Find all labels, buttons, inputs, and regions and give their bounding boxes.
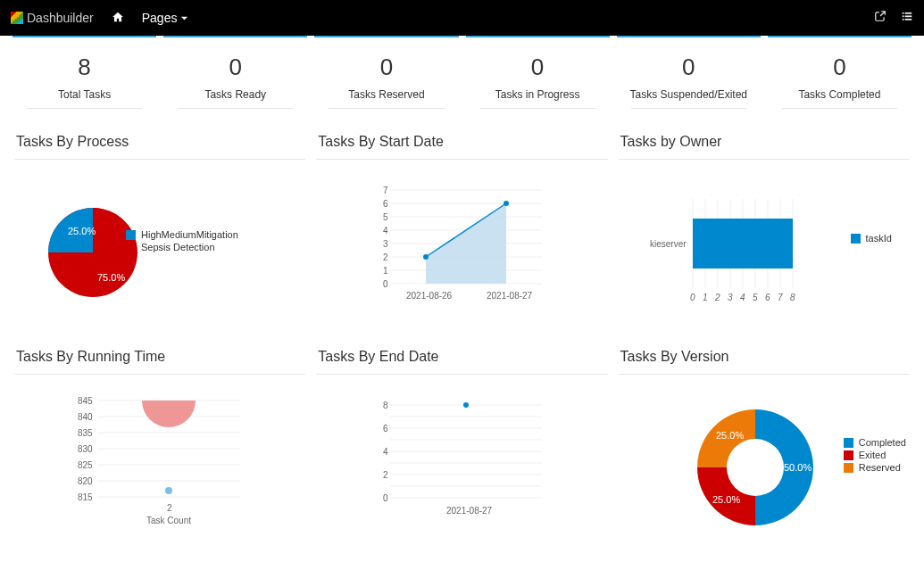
svg-text:4: 4 <box>740 293 745 302</box>
svg-text:815: 815 <box>78 492 93 502</box>
metric-label: Tasks Completed <box>771 88 908 101</box>
svg-text:2: 2 <box>383 252 388 262</box>
donut-chart-version[interactable]: 25.0% 25.0% 50.0% Completed Exited Reser… <box>619 387 910 548</box>
metric-tasks-reserved: 0 Tasks Reserved <box>314 36 458 120</box>
section-tasks-by-owner: Tasks by Owner kieserver 01 23 45 <box>613 125 915 340</box>
list-view-button[interactable] <box>901 10 913 26</box>
svg-text:4: 4 <box>383 447 388 457</box>
section-title: Tasks By Running Time <box>16 349 305 365</box>
section-tasks-by-version: Tasks By Version 25.0% 25.0% 50.0% Compl… <box>613 340 915 555</box>
legend-item[interactable]: taskId <box>851 233 892 244</box>
brand[interactable]: Dashbuilder <box>11 11 94 25</box>
svg-rect-2 <box>903 15 904 17</box>
legend-swatch-icon <box>126 230 136 240</box>
svg-text:7: 7 <box>778 293 783 302</box>
svg-text:8: 8 <box>790 293 795 302</box>
donut-label-exited: 25.0% <box>712 494 740 505</box>
legend-item[interactable]: Exited <box>844 450 906 460</box>
metric-value: 0 <box>318 54 454 81</box>
svg-text:7: 7 <box>383 186 388 195</box>
legend-item[interactable]: HighMediumMitigation <box>126 229 238 240</box>
bar-ylabel: kieserver <box>650 239 687 249</box>
svg-text:0: 0 <box>383 279 388 289</box>
home-icon <box>112 11 124 26</box>
svg-text:2021-08-27: 2021-08-27 <box>487 291 533 301</box>
pie-slice-label-2: 75.0% <box>97 272 125 283</box>
open-external-button[interactable] <box>874 10 887 26</box>
section-title: Tasks By End Date <box>318 349 607 365</box>
metric-label: Total Tasks <box>16 88 153 101</box>
bubble-chart-runtime[interactable]: 845840 835830 825820 815 2 Task Count <box>14 387 305 548</box>
legend-label: taskId <box>866 233 892 244</box>
legend-swatch-icon <box>851 234 861 244</box>
legend-label: Reserved <box>859 462 901 473</box>
metric-label: Tasks in Progress <box>470 88 606 101</box>
brand-text: Dashbuilder <box>27 11 94 25</box>
svg-text:835: 835 <box>78 428 93 438</box>
svg-text:2: 2 <box>714 293 720 302</box>
metric-value: 0 <box>771 54 908 81</box>
svg-text:840: 840 <box>78 412 93 422</box>
svg-text:820: 820 <box>78 476 93 486</box>
donut-label-reserved: 25.0% <box>716 430 744 441</box>
legend-label: Exited <box>859 450 887 460</box>
section-tasks-by-start-date: Tasks By Start Date 76 54 32 10 <box>311 125 612 340</box>
legend-swatch-icon <box>844 463 853 473</box>
svg-text:4: 4 <box>383 226 388 235</box>
metric-label: Tasks Reserved <box>318 88 454 101</box>
bar-chart-owner[interactable]: kieserver 01 23 45 67 8 taskId <box>619 172 910 333</box>
legend-label: HighMediumMitigation <box>141 229 238 240</box>
legend-swatch-icon <box>126 243 136 252</box>
nav-pages-label: Pages <box>142 11 178 25</box>
svg-text:2: 2 <box>383 470 388 480</box>
pie-legend: HighMediumMitigation Sepsis Detection <box>126 227 238 254</box>
area-chart-startdate[interactable]: 76 54 32 10 2021-08-26 2021-08-27 <box>316 172 607 333</box>
chevron-down-icon <box>180 11 188 25</box>
legend-item[interactable]: Reserved <box>844 462 906 473</box>
legend-swatch-icon <box>844 450 853 460</box>
svg-point-23 <box>423 254 429 260</box>
legend-swatch-icon <box>844 438 853 448</box>
svg-rect-36 <box>693 219 793 268</box>
section-title: Tasks By Process <box>16 134 305 150</box>
section-title: Tasks By Start Date <box>318 134 607 150</box>
legend-label: Completed <box>859 437 906 448</box>
pie-chart-process[interactable]: 25.0% 75.0% HighMediumMitigation Sepsis … <box>14 172 305 333</box>
metric-label: Tasks Suspended/Exited <box>620 88 757 101</box>
metric-label: Tasks Ready <box>167 88 304 101</box>
svg-text:5: 5 <box>383 212 388 222</box>
nav-home[interactable] <box>112 11 124 26</box>
topbar: Dashbuilder Pages <box>0 0 924 36</box>
section-tasks-by-process: Tasks By Process 25.0% 75.0% HighMediumM… <box>9 125 311 340</box>
svg-text:5: 5 <box>753 293 758 302</box>
metric-total-tasks: 8 Total Tasks <box>12 36 156 120</box>
nav-pages[interactable]: Pages <box>142 11 189 25</box>
legend-item[interactable]: Completed <box>844 437 906 448</box>
metrics-row: 8 Total Tasks 0 Tasks Ready 0 Tasks Rese… <box>0 36 924 120</box>
svg-text:2021-08-27: 2021-08-27 <box>446 506 493 516</box>
svg-point-24 <box>504 201 509 206</box>
svg-rect-5 <box>905 19 912 21</box>
metric-tasks-completed: 0 Tasks Completed <box>768 36 912 120</box>
metric-tasks-in-progress: 0 Tasks in Progress <box>466 36 610 120</box>
svg-text:1: 1 <box>703 293 708 302</box>
svg-text:6: 6 <box>383 424 388 434</box>
donut-legend: Completed Exited Reserved <box>844 435 906 475</box>
svg-text:1: 1 <box>383 266 388 276</box>
legend-item[interactable]: Sepsis Detection <box>126 242 238 252</box>
metric-tasks-suspended: 0 Tasks Suspended/Exited <box>617 36 761 120</box>
metric-tasks-ready: 0 Tasks Ready <box>163 36 307 120</box>
svg-text:3: 3 <box>728 293 733 302</box>
svg-text:845: 845 <box>78 396 93 406</box>
svg-text:0: 0 <box>690 293 695 302</box>
svg-point-76 <box>463 402 469 408</box>
svg-rect-3 <box>905 15 912 17</box>
svg-rect-4 <box>903 19 904 21</box>
metric-value: 8 <box>16 54 153 81</box>
svg-text:8: 8 <box>383 401 388 410</box>
svg-rect-0 <box>903 12 904 14</box>
brand-logo-icon <box>11 12 23 24</box>
section-title: Tasks By Version <box>620 349 910 365</box>
metric-value: 0 <box>167 54 304 81</box>
scatter-chart-enddate[interactable]: 86 42 0 2021-08-27 <box>316 387 607 548</box>
